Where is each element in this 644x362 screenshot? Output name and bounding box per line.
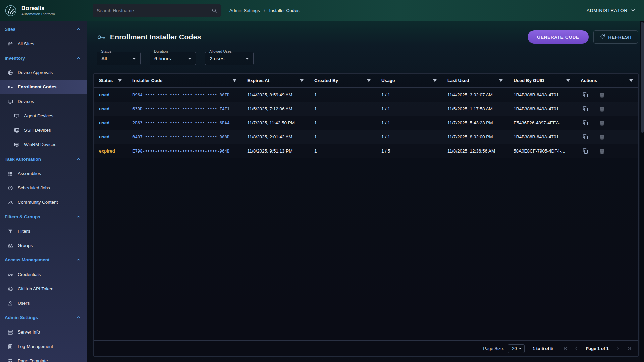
brand-text: Borealis Automation Platform [21,5,55,16]
column-filter-icon[interactable] [117,78,123,83]
sidebar-item-log-management[interactable]: Log Management [0,339,87,354]
sidebar-item-community-content[interactable]: Community Content [0,195,87,209]
generate-code-button[interactable]: GENERATE CODE [528,30,589,44]
assemblies-icon [7,171,13,177]
used-by-guid-cell: 58A0E8CF-7905-4DF4-... [508,148,575,154]
status-cell: expired [94,148,127,154]
sidebar-item-all-sites[interactable]: All Sites [0,37,87,51]
delete-code-button[interactable] [599,133,606,141]
column-filter-icon[interactable] [498,78,504,83]
search-icon [211,8,217,14]
copy-code-button[interactable] [582,147,589,155]
brand[interactable]: Borealis Automation Platform [3,3,84,18]
first-page-button[interactable] [561,344,570,353]
column-filter-icon[interactable] [366,78,372,83]
column-filter-icon[interactable] [432,78,438,83]
column-header-installer-code[interactable]: Installer Code [127,78,242,83]
sidebar-item-devices[interactable]: Devices [0,94,87,109]
sidebar-section-label: Task Automation [5,157,41,162]
column-filter-icon[interactable] [628,78,634,83]
previous-page-button[interactable] [572,344,581,353]
last-page-button[interactable] [625,344,634,353]
column-header-actions[interactable]: Actions [575,78,638,83]
chevron-down-icon [131,55,138,62]
expires-at-cell: 11/7/2025, 11:42:50 PM [242,120,309,125]
header-actions: GENERATE CODE REFRESH [528,30,638,44]
status-filter-select[interactable]: Status All [97,52,141,65]
delete-code-button[interactable] [599,147,606,155]
search-box[interactable] [93,4,221,17]
column-filter-icon[interactable] [565,78,571,83]
community-icon [7,199,13,205]
breadcrumb-separator: / [264,8,265,13]
page-size-select[interactable]: 20 [508,344,524,353]
expires-at-cell: 11/5/2025, 7:12:06 AM [242,106,309,111]
column-filter-icon[interactable] [299,78,305,83]
template-icon [7,358,13,362]
status-filter-box[interactable]: All [97,52,141,65]
sidebar-item-device-approvals[interactable]: Device Approvals [0,65,87,80]
copy-code-button[interactable] [582,91,589,99]
sidebar-item-users[interactable]: Users [0,296,87,310]
sidebar-section-task-automation[interactable]: Task Automation [0,152,87,166]
sidebar-item-ssh-devices[interactable]: SSH Devices [0,123,87,137]
installer-code-cell: 04B7-••••-••••-••••-••••-••••-••••-B08D [127,135,242,139]
chevron-down-icon [244,55,251,62]
column-filter-icon[interactable] [232,78,237,83]
breadcrumb-installer-codes[interactable]: Installer Codes [269,8,300,13]
allowed-uses-filter-box[interactable]: 2 uses [205,52,254,65]
column-header-expires-at[interactable]: Expires At [242,78,309,83]
breadcrumb-admin-settings[interactable]: Admin Settings [229,8,260,13]
actions-cell [575,91,638,99]
allowed-uses-filter-select[interactable]: Allowed Uses 2 uses [205,52,254,65]
column-header-created-by[interactable]: Created By [309,78,376,83]
sidebar-item-server-info[interactable]: Server Info [0,325,87,339]
sidebar-item-enrollment-codes[interactable]: Enrollment Codes [0,80,87,94]
duration-filter-box[interactable]: 6 hours [150,52,196,65]
table-row: used2B63-••••-••••-••••-••••-••••-••••-6… [94,116,638,130]
ssh-devices-icon [14,127,20,133]
sidebar-section-sites[interactable]: Sites [0,22,87,37]
scrollbar-thumb[interactable] [641,22,644,133]
column-header-usage[interactable]: Usage [376,78,442,83]
column-header-used-by-guid[interactable]: Used By GUID [508,78,575,83]
copy-code-button[interactable] [582,105,589,113]
next-page-button[interactable] [613,344,623,353]
sidebar-item-filters[interactable]: Filters [0,224,87,238]
page-size-label: Page Size: [483,346,504,351]
sidebar-section-filters-groups[interactable]: Filters & Groups [0,209,87,224]
used-by-guid-cell: E5436F26-4897-4EEA-... [508,120,575,125]
sidebar-item-credentials[interactable]: Credentials [0,267,87,282]
sidebar-item-assemblies[interactable]: Assemblies [0,166,87,181]
sidebar-section-access-management[interactable]: Access Management [0,253,87,267]
search-input[interactable] [93,8,221,13]
duration-filter-select[interactable]: Duration 6 hours [150,52,196,65]
copy-code-button[interactable] [582,133,589,141]
status-cell: used [94,92,127,97]
sidebar-item-groups[interactable]: Groups [0,238,87,253]
column-header-status[interactable]: Status [94,78,127,83]
chevron-down-icon [630,7,636,14]
sidebar-section-admin-settings[interactable]: Admin Settings [0,310,87,325]
user-menu[interactable]: ADMINISTRATOR [587,7,636,14]
sidebar-item-github-api-token[interactable]: GitHub API Token [0,282,87,296]
sidebar-item-agent-devices[interactable]: Agent Devices [0,109,87,123]
sidebar-item-winrm-devices[interactable]: WinRM Devices [0,137,87,152]
sidebar-section-inventory[interactable]: Inventory [0,51,87,65]
sidebar-item-page-template[interactable]: Page Template [0,354,87,362]
delete-code-button[interactable] [599,119,606,127]
chevron-up-icon [76,55,82,61]
sidebar-item-label: Community Content [18,200,58,205]
delete-code-button[interactable] [599,91,606,99]
approvals-icon [7,70,13,76]
sidebar-item-label: Users [18,301,30,306]
created-by-cell: 1 [309,106,376,111]
delete-code-button[interactable] [599,105,606,113]
sidebar-item-label: GitHub API Token [18,286,53,291]
sidebar-item-scheduled-jobs[interactable]: Scheduled Jobs [0,181,87,195]
copy-code-button[interactable] [582,119,589,127]
sidebar-item-label: Scheduled Jobs [18,185,50,190]
used-by-guid-cell: 1B4B386B-649A-4701... [508,92,575,97]
refresh-button[interactable]: REFRESH [593,30,638,44]
column-header-last-used[interactable]: Last Used [442,78,508,83]
